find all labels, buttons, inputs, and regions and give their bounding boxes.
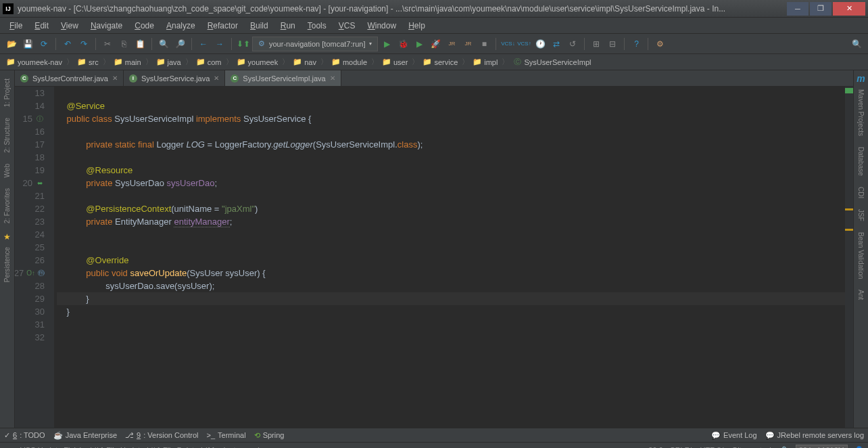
breadcrumb-item[interactable]: ⒸSysUserServiceImpl bbox=[510, 58, 594, 66]
stop-icon[interactable]: ■ bbox=[477, 37, 491, 51]
tool-window-tab[interactable]: Web bbox=[1, 158, 13, 183]
editor-tab[interactable]: CSysUserServiceImpl.java✕ bbox=[225, 70, 341, 86]
menu-tools[interactable]: Tools bbox=[302, 20, 332, 32]
bottom-tool-tab[interactable]: ⎇ 9: Version Control bbox=[125, 431, 198, 440]
menu-build[interactable]: Build bbox=[245, 20, 274, 32]
breadcrumb-item[interactable]: 📁java bbox=[154, 58, 184, 66]
breadcrumb-item[interactable]: 📁module bbox=[329, 58, 370, 66]
save-icon[interactable]: 💾 bbox=[20, 37, 35, 51]
menu-run[interactable]: Run bbox=[275, 20, 301, 32]
close-tab-icon[interactable]: ✕ bbox=[214, 74, 219, 82]
find-icon[interactable]: 🔍 bbox=[156, 37, 171, 51]
debug-icon[interactable]: 🐞 bbox=[395, 37, 410, 51]
code-line[interactable]: private SysUserDao sysUserDao; bbox=[57, 177, 845, 189]
code-line[interactable] bbox=[57, 318, 845, 331]
menu-refactor[interactable]: Refactor bbox=[202, 20, 243, 32]
vcs-changes-icon[interactable]: ⇄ bbox=[549, 37, 564, 51]
editor-tab[interactable]: CSysUserController.java✕ bbox=[15, 70, 124, 86]
code-line[interactable] bbox=[57, 87, 845, 99]
implements-icon[interactable]: Ⓘ bbox=[35, 114, 45, 124]
minimize-button[interactable]: ─ bbox=[787, 2, 809, 16]
code-line[interactable] bbox=[57, 331, 845, 344]
lock-icon[interactable]: 🔒 bbox=[779, 445, 789, 448]
code-line[interactable]: } bbox=[57, 292, 845, 305]
bottom-tool-tab[interactable]: 💬 JRebel remote servers log bbox=[765, 431, 864, 440]
menu-help[interactable]: Help bbox=[403, 20, 431, 32]
open-icon[interactable]: 📂 bbox=[4, 37, 19, 51]
code-line[interactable]: @PersistenceContext(unitName = "jpaXml") bbox=[57, 202, 845, 215]
paste-icon[interactable]: 📋 bbox=[132, 37, 147, 51]
breadcrumb-item[interactable]: 📁nav bbox=[291, 58, 319, 66]
maven-icon[interactable]: m bbox=[857, 73, 865, 84]
sync-icon[interactable]: ⟳ bbox=[37, 37, 51, 51]
bottom-tool-tab[interactable]: ⟲ Spring bbox=[254, 431, 285, 440]
close-button[interactable]: ✕ bbox=[833, 2, 865, 16]
warning-marker[interactable] bbox=[845, 229, 853, 231]
tool-window-tab[interactable]: Maven Projects bbox=[855, 84, 867, 141]
structure-icon[interactable]: ⊞ bbox=[589, 37, 604, 51]
tool-window-tab[interactable]: 2: Structure bbox=[1, 112, 13, 158]
code-line[interactable]: private static final Logger LOG = Logger… bbox=[57, 138, 845, 151]
cut-icon[interactable]: ✂ bbox=[100, 37, 115, 51]
breadcrumb-item[interactable]: 📁main bbox=[112, 58, 144, 66]
menu-navigate[interactable]: Navigate bbox=[85, 20, 128, 32]
spring-bean-icon[interactable]: ⬌ bbox=[35, 179, 45, 188]
tool-window-tab[interactable]: JSF bbox=[855, 204, 867, 227]
code-line[interactable] bbox=[57, 189, 845, 202]
bottom-tool-tab[interactable]: ☕ Java Enterprise bbox=[53, 431, 117, 440]
code-line[interactable]: @Resource bbox=[57, 164, 845, 177]
bottom-tool-tab[interactable]: 💬 Event Log bbox=[711, 431, 757, 440]
make-icon[interactable]: ⬇⬆ bbox=[236, 37, 251, 51]
menu-vcs[interactable]: VCS bbox=[333, 20, 361, 32]
menu-analyze[interactable]: Analyze bbox=[161, 20, 201, 32]
breadcrumb-item[interactable]: 📁service bbox=[420, 58, 460, 66]
back-icon[interactable]: ← bbox=[196, 37, 211, 51]
tool-window-tab[interactable]: 2: Favorites bbox=[1, 183, 13, 229]
code-line[interactable]: sysUserDao.save(sysUser); bbox=[57, 279, 845, 292]
menu-view[interactable]: View bbox=[55, 20, 84, 32]
menu-window[interactable]: Window bbox=[362, 20, 402, 32]
vcs-commit-icon[interactable]: VCS↑ bbox=[516, 37, 531, 51]
code-line[interactable] bbox=[57, 241, 845, 254]
code-area[interactable]: @Service public class SysUserServiceImpl… bbox=[54, 87, 845, 428]
code-line[interactable]: @Service bbox=[57, 99, 845, 112]
coverage-icon[interactable]: ▶ bbox=[412, 37, 427, 51]
forward-icon[interactable]: → bbox=[212, 37, 227, 51]
memory-indicator[interactable]: 264 of 1016M bbox=[796, 445, 848, 448]
breadcrumb-item[interactable]: 📁youmeek-nav bbox=[4, 58, 65, 66]
error-stripe[interactable] bbox=[845, 87, 853, 428]
warning-marker[interactable] bbox=[845, 208, 853, 210]
undo-icon[interactable]: ↶ bbox=[60, 37, 75, 51]
run-icon[interactable]: ▶ bbox=[379, 37, 394, 51]
vcs-revert-icon[interactable]: ↺ bbox=[565, 37, 580, 51]
method-icon[interactable]: ⓜ bbox=[38, 269, 45, 278]
code-line[interactable]: public class SysUserServiceImpl implemen… bbox=[57, 112, 845, 125]
code-line[interactable]: private EntityManager entityManager; bbox=[57, 215, 845, 228]
breadcrumb-item[interactable]: 📁user bbox=[380, 58, 410, 66]
code-line[interactable] bbox=[57, 151, 845, 164]
menu-edit[interactable]: Edit bbox=[29, 20, 54, 32]
override-icon[interactable]: O↑ bbox=[26, 269, 35, 278]
inspection-ok-icon[interactable] bbox=[845, 88, 853, 93]
code-line[interactable] bbox=[57, 228, 845, 241]
code-line[interactable]: public void saveOrUpdate(SysUser sysUser… bbox=[57, 267, 845, 279]
replace-icon[interactable]: 🔎 bbox=[172, 37, 187, 51]
code-editor[interactable]: 131415Ⓘ1617181920⬌21222324252627O↑ⓜ28293… bbox=[15, 87, 853, 428]
hector-icon[interactable]: 👤 bbox=[854, 445, 864, 448]
status-info-icon[interactable]: ▢ bbox=[4, 445, 14, 448]
vcs-history-icon[interactable]: 🕐 bbox=[533, 37, 548, 51]
jrebel-run-icon[interactable]: 🚀 bbox=[428, 37, 443, 51]
code-line[interactable]: @Override bbox=[57, 254, 845, 267]
jrebel-icon[interactable]: ⚙ bbox=[652, 37, 667, 51]
close-tab-icon[interactable]: ✕ bbox=[112, 74, 118, 82]
help-icon[interactable]: ? bbox=[629, 37, 644, 51]
jrebel-debug-icon[interactable]: JR bbox=[444, 37, 459, 51]
tool-window-tab[interactable]: Persistence bbox=[1, 242, 13, 288]
tool-window-tab[interactable]: Bean Validation bbox=[855, 227, 867, 284]
editor-tab[interactable]: ISysUserService.java✕ bbox=[124, 70, 225, 86]
jrebel-coverage-icon[interactable]: JR bbox=[460, 37, 475, 51]
maximize-button[interactable]: ❐ bbox=[810, 2, 831, 16]
tool-window-tab[interactable]: 1: Project bbox=[1, 73, 13, 112]
code-line[interactable]: } bbox=[57, 305, 845, 318]
redo-icon[interactable]: ↷ bbox=[76, 37, 91, 51]
